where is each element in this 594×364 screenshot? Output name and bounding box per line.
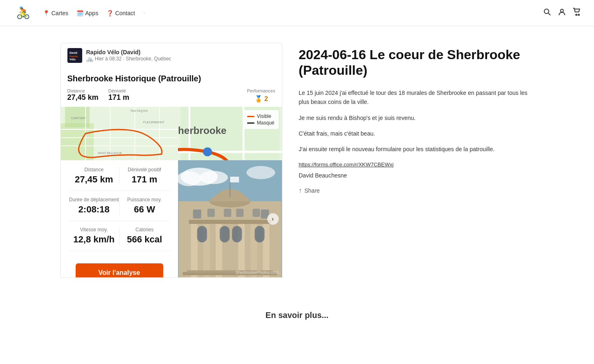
bike-icon: 🚲 [86, 55, 93, 62]
logo-icon: 🚴 [13, 3, 33, 23]
svg-text:CARTIER: CARTIER [71, 116, 86, 120]
svg-text:Vélo: Vélo [69, 58, 76, 61]
header-left: 🚴 📍 Cartes 🗓️ Apps ❓ Contact · [13, 3, 145, 23]
article-title: 2024-06-16 Le coeur de Sherbrooke (Patro… [299, 47, 534, 78]
nav-cartes[interactable]: 📍 Cartes [43, 10, 68, 16]
card-header-info: Rapido Vélo (David) 🚲 Hier à 08:32 · She… [86, 49, 171, 62]
voir-analyse-button[interactable]: Voir l'analyse [76, 263, 163, 277]
photo-next-arrow[interactable]: › [267, 213, 279, 225]
stats-row: Distance 27,45 km Dénivelé 171 m Perform… [67, 88, 275, 107]
legend-visible: Visible [247, 113, 275, 119]
apps-icon: 🗓️ [76, 10, 83, 16]
svg-point-34 [203, 147, 212, 157]
nav-dot: · [143, 9, 145, 17]
logo[interactable]: 🚴 [13, 3, 33, 23]
svg-rect-56 [193, 210, 201, 219]
main-nav: 📍 Cartes 🗓️ Apps ❓ Contact · [43, 9, 145, 17]
activity-title-section: Sherbrooke Historique (Patrouille) Dista… [61, 68, 282, 107]
svg-rect-63 [230, 177, 239, 182]
nav-apps[interactable]: 🗓️ Apps [76, 10, 98, 16]
brand-title: Rapido Vélo (David) [86, 49, 171, 55]
article-author: David Beauchesne [299, 172, 534, 179]
photo-credit: SherbrookePhotos.com [236, 270, 279, 275]
svg-text:Rue King Est: Rue King Est [131, 109, 148, 113]
account-icon[interactable] [558, 8, 566, 18]
header-right [543, 8, 581, 18]
activity-name: Sherbrooke Historique (Patrouille) [67, 74, 275, 83]
stats-display-left: Distance 27,45 km Dénivelé positif 171 m [61, 160, 178, 277]
cart-icon[interactable] [573, 8, 581, 18]
svg-rect-60 [252, 209, 260, 217]
right-column: 2024-06-16 Le coeur de Sherbrooke (Patro… [299, 43, 534, 278]
svg-rect-57 [207, 209, 215, 217]
map-photo-row: Distance 27,45 km Dénivelé positif 171 m [61, 160, 282, 277]
svg-rect-10 [61, 123, 94, 160]
search-icon[interactable] [543, 8, 551, 18]
svg-text:MONT-BELLEVUE: MONT-BELLEVUE [98, 152, 122, 154]
stat-distance: Distance 27,45 km [67, 88, 99, 103]
learn-more-section: En savoir plus... [0, 294, 594, 328]
svg-point-4 [578, 14, 580, 16]
svg-rect-52 [197, 226, 207, 242]
svg-point-2 [561, 9, 564, 12]
svg-text:Sherbrooke: Sherbrooke [178, 125, 227, 136]
map-legend: Visible Masqué [243, 110, 279, 129]
svg-line-1 [548, 13, 550, 15]
svg-point-0 [544, 9, 549, 14]
time-info: 🚲 Hier à 08:32 · Sherbrooke, Québec [86, 55, 171, 62]
legend-black-line [247, 122, 254, 124]
svg-text:Rapido: Rapido [69, 55, 78, 58]
stat-denivele: Dénivelé 171 m [109, 88, 129, 103]
card-header: David Rapido Vélo Rapido Vélo (David) 🚲 … [61, 43, 282, 68]
article-para-2: Je me suis rendu à Bishop's et je suis r… [299, 113, 534, 122]
nav-contact[interactable]: ❓ Contact [106, 10, 135, 16]
small-map: Départ et arrivée masqués [61, 107, 178, 160]
legend-masque: Masqué [247, 120, 275, 126]
cartes-icon: 📍 [43, 10, 50, 16]
article-para-4: J'ai ensuite rempli le nouveau formulair… [299, 145, 534, 154]
map-row: Départ et arrivée masqués [61, 107, 282, 160]
share-icon: ↑ [299, 187, 302, 194]
svg-point-42 [199, 171, 228, 184]
left-column: David Rapido Vélo Rapido Vélo (David) 🚲 … [60, 43, 282, 278]
article-para-3: C'était frais, mais c'était beau. [299, 129, 534, 138]
building-photo-section: SherbrookePhotos.com › [178, 160, 282, 277]
activity-card-top: David Rapido Vélo Rapido Vélo (David) 🚲 … [60, 43, 282, 278]
site-header: 🚴 📍 Cartes 🗓️ Apps ❓ Contact · [0, 0, 594, 26]
svg-rect-55 [254, 226, 264, 242]
svg-point-43 [246, 166, 275, 179]
svg-rect-46 [191, 222, 197, 277]
stat-performances: Performances 🏅 2 [247, 88, 275, 103]
svg-text:David: David [69, 51, 77, 54]
contact-icon: ❓ [106, 10, 113, 16]
svg-rect-59 [236, 209, 243, 217]
share-button[interactable]: ↑ Share [299, 187, 320, 194]
svg-rect-58 [224, 209, 231, 217]
activity-cards: David Rapido Vélo Rapido Vélo (David) 🚲 … [60, 43, 282, 278]
article-body: Le 15 juin 2024 j'ai effectué le tour de… [299, 88, 534, 154]
svg-text:FLEURIMONT: FLEURIMONT [143, 120, 164, 124]
svg-rect-54 [232, 226, 242, 242]
rapido-logo: David Rapido Vélo [67, 48, 82, 63]
legend-orange-line [247, 116, 254, 117]
svg-rect-53 [220, 226, 229, 242]
main-content: David Rapido Vélo Rapido Vélo (David) 🚲 … [51, 26, 544, 294]
svg-rect-64 [189, 220, 271, 224]
article-link[interactable]: https://forms.office.com/r/XKW7CBEWxj [299, 161, 394, 168]
svg-point-3 [576, 14, 577, 16]
article-para-1: Le 15 juin 2024 j'ai effectué le tour de… [299, 88, 534, 107]
